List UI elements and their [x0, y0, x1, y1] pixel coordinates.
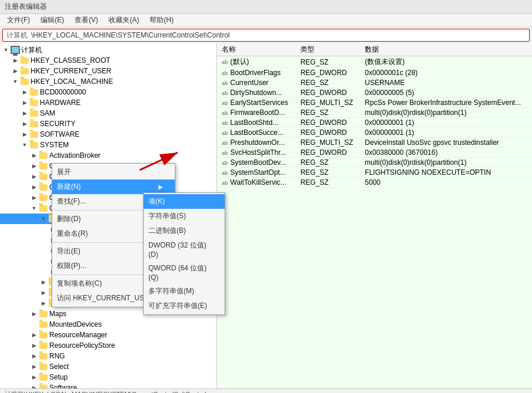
registry-row[interactable]: abEarlyStartServicesREG_MULTI_SZRpcSs Po…	[217, 98, 532, 108]
registry-row[interactable]: abPreshutdownOr...REG_MULTI_SZDeviceInst…	[217, 138, 532, 148]
registry-row[interactable]: abSystemBootDev...REG_SZmulti(0)disk(0)r…	[217, 158, 532, 168]
reg-name-cell: abSvcHostSplitThr...	[217, 148, 296, 158]
tree-item-system[interactable]: ▼SYSTEM	[0, 140, 216, 150]
tree-label-software: SOFTWARE	[40, 130, 80, 138]
tree-label-setup: Setup	[49, 373, 67, 381]
computer-icon	[11, 46, 20, 54]
tree-item-resourcemanager[interactable]: ▶ResourceManager	[0, 330, 216, 340]
submenu-item-string[interactable]: 字符串值(S)	[144, 209, 225, 223]
folder-icon-hardware	[29, 99, 39, 107]
reg-data-cell: 0x00000001 (1)	[360, 118, 532, 128]
tree-item-hklm[interactable]: ▼HKEY_LOCAL_MACHINE	[0, 76, 216, 87]
submenu-item-expandstring[interactable]: 可扩充字符串值(E)	[144, 299, 225, 313]
reg-data-cell: multi(0)disk(0)rdisk(0)partition(1)	[360, 158, 532, 168]
reg-name-cell: abBootDriverFlags	[217, 68, 296, 78]
folder-icon-system	[29, 141, 39, 149]
folder-icon-controlset003	[39, 183, 48, 191]
tree-label-mounteddevices: MountedDevices	[49, 320, 101, 328]
context-menu: 展开 新建(N) ▶ 项(K) 字符串值(S) 二进制值(B) DWORD (3…	[52, 163, 175, 307]
address-value[interactable]: \HKEY_LOCAL_MACHINE\SYSTEM\CurrentContro…	[31, 31, 526, 39]
expander-security: ▶	[20, 121, 29, 127]
registry-row[interactable]: abFirmwareBootD...REG_SZmulti(0)disk(0)r…	[217, 108, 532, 118]
registry-row[interactable]: abSystemStartOpt...REG_SZFLIGHTSIGNING N…	[217, 168, 532, 178]
submenu-item-binary[interactable]: 二进制值(B)	[144, 223, 225, 238]
expander-activationbroker: ▶	[29, 153, 39, 158]
reg-type-cell: REG_SZ	[296, 108, 360, 118]
tree-label-security: SECURITY	[40, 120, 76, 128]
folder-icon-controlset002	[39, 172, 48, 181]
tree-item-bcd[interactable]: ▶BCD00000000	[0, 87, 216, 97]
reg-type-cell: REG_SZ	[296, 178, 360, 188]
tree-label-hkcr: HKEY_CLASSES_ROOT	[31, 56, 110, 65]
submenu-item-multistring[interactable]: 多字符串值(M)	[144, 284, 225, 299]
folder-icon-hkcu	[20, 67, 29, 75]
reg-data-cell: FLIGHTSIGNING NOEXECUTE=OPTIN	[360, 168, 532, 178]
context-menu-new[interactable]: 新建(N) ▶ 项(K) 字符串值(S) 二进制值(B) DWORD (32 位…	[52, 179, 175, 194]
context-menu-expand[interactable]: 展开	[52, 165, 175, 179]
expander-resourcemanager: ▶	[29, 332, 39, 338]
submenu-item-key[interactable]: 项(K)	[144, 194, 225, 209]
expander-rng: ▶	[29, 353, 39, 359]
reg-type-cell: REG_DWORD	[296, 148, 360, 158]
reg-name-cell: abLastBootSucce...	[217, 128, 296, 138]
tree-item-hardware[interactable]: ▶HARDWARE	[0, 97, 216, 108]
expander-hardware: ▶	[20, 100, 29, 106]
submenu-new: 项(K) 字符串值(S) 二进制值(B) DWORD (32 位值)(D) QW…	[143, 192, 225, 315]
reg-data-cell: multi(0)disk(0)rdisk(0)partition(1)	[360, 108, 532, 118]
registry-table: 名称 类型 数据 ab(默认)REG_SZ(数值未设置)abBootDriver…	[217, 43, 532, 188]
reg-data-cell: 5000	[360, 178, 532, 188]
tree-item-rng[interactable]: ▶RNG	[0, 351, 216, 361]
tree-item-hkcu[interactable]: ▶HKEY_CURRENT_USER	[0, 66, 216, 76]
tree-item-select[interactable]: ▶Select	[0, 361, 216, 372]
registry-row[interactable]: abLastBootShtd...REG_DWORD0x00000001 (1)	[217, 118, 532, 128]
reg-name-cell: abDirtyShutdown...	[217, 88, 296, 98]
menu-edit[interactable]: 编辑(E)	[36, 14, 69, 26]
registry-row[interactable]: abBootDriverFlagsREG_DWORD0x0000001c (28…	[217, 68, 532, 78]
tree-item-activationbroker[interactable]: ▶ActivationBroker	[0, 150, 216, 161]
menu-help[interactable]: 帮助(H)	[145, 14, 178, 26]
expander-system: ▼	[20, 142, 29, 148]
menu-view[interactable]: 查看(V)	[70, 14, 103, 26]
folder-icon-software	[29, 130, 39, 138]
tree-item-software[interactable]: ▶SOFTWARE	[0, 129, 216, 140]
folder-icon-security	[29, 120, 39, 128]
expander-setup: ▶	[29, 374, 39, 380]
tree-item-mounteddevices[interactable]: MountedDevices	[0, 319, 216, 330]
menu-file[interactable]: 文件(F)	[2, 14, 35, 26]
expander-software2: ▶	[29, 385, 39, 388]
registry-tbody: ab(默认)REG_SZ(数值未设置)abBootDriverFlagsREG_…	[217, 56, 532, 188]
submenu-item-dword[interactable]: DWORD (32 位值)(D)	[144, 238, 225, 261]
tree-label-hklm: HKEY_LOCAL_MACHINE	[31, 77, 113, 86]
reg-name-cell: abPreshutdownOr...	[217, 138, 296, 148]
menu-bar: 文件(F) 编辑(E) 查看(V) 收藏夹(A) 帮助(H)	[0, 14, 532, 27]
registry-row[interactable]: abWaitToKillServic...REG_SZ5000	[217, 178, 532, 188]
reg-type-cell: REG_DWORD	[296, 68, 360, 78]
folder-icon-controlset001	[39, 162, 48, 170]
tree-item-sam[interactable]: ▶SAM	[0, 108, 216, 118]
tree-item-security[interactable]: ▶SECURITY	[0, 118, 216, 129]
expander-software: ▶	[20, 131, 29, 137]
registry-row[interactable]: abCurrentUserREG_SZUSERNAME	[217, 78, 532, 88]
tree-item-setup[interactable]: ▶Setup	[0, 372, 216, 382]
tree-item-hkcr[interactable]: ▶HKEY_CLASSES_ROOT	[0, 55, 216, 66]
expander-computer: ▼	[1, 47, 11, 53]
registry-row[interactable]: ab(默认)REG_SZ(数值未设置)	[217, 56, 532, 68]
expander-hkcu: ▶	[11, 68, 20, 74]
submenu-item-qword[interactable]: QWORD (64 位值)(Q)	[144, 261, 225, 284]
expander-hkcr: ▶	[11, 57, 20, 63]
tree-item-computer[interactable]: ▼ 计算机	[0, 45, 216, 55]
tree-item-resourcepolicystore[interactable]: ▶ResourcePolicyStore	[0, 340, 216, 351]
reg-data-cell: 0x00000001 (1)	[360, 128, 532, 138]
registry-row[interactable]: abSvcHostSplitThr...REG_DWORD0x00380000 …	[217, 148, 532, 158]
reg-data-cell: RpcSs Power BrokerInfrastructure SystemE…	[360, 98, 532, 108]
registry-row[interactable]: abLastBootSucce...REG_DWORD0x00000001 (1…	[217, 128, 532, 138]
reg-name-cell: ab(默认)	[217, 56, 296, 68]
reg-name-cell: abLastBootShtd...	[217, 118, 296, 128]
computer-label: 计算机	[21, 45, 42, 55]
reg-data-cell: 0x00380000 (3670016)	[360, 148, 532, 158]
tree-item-software2[interactable]: ▶Software	[0, 382, 216, 388]
expander-maps: ▶	[29, 311, 39, 317]
menu-favorites[interactable]: 收藏夹(A)	[104, 14, 144, 26]
registry-row[interactable]: abDirtyShutdown...REG_DWORD0x00000005 (5…	[217, 88, 532, 98]
reg-data-cell: 0x0000001c (28)	[360, 68, 532, 78]
